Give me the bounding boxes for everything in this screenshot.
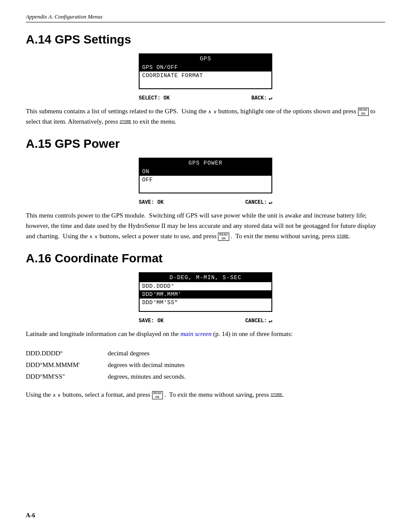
section-a14-heading: A.14 GPS Settings [26, 33, 385, 47]
format-row-2: DDD°MM.MMMM' degrees with decimal minute… [26, 359, 385, 371]
coord-format-cancel-key: CANCEL: ↵ [245, 317, 272, 324]
up-chevron-3-icon: ∧ [53, 392, 56, 399]
page-number: A-6 [26, 512, 35, 519]
section-a15-heading: A.15 GPS Power [26, 137, 385, 151]
format-code-3: DDD°MM'SS" [26, 371, 95, 383]
coord-format-keys: SAVE: OK CANCEL: ↵ [139, 317, 272, 324]
coord-format-row-3: DDD°MM'SS" [140, 299, 271, 307]
gps-settings-lcd: GPS GPS ON/OFF COORDINATE FORMAT [26, 53, 385, 89]
gps-power-row-off: OFF [140, 176, 271, 184]
gps-settings-row-2: COORDINATE FORMAT [140, 72, 271, 80]
cancel-label: CANCEL: [245, 199, 267, 205]
main-screen-link[interactable]: main screen [181, 330, 212, 337]
gps-power-title: GPS POWER [140, 159, 271, 168]
select-ok-label: SELECT: OK [139, 95, 170, 101]
gps-power-keys: SAVE: OK CANCEL: ↵ [139, 199, 272, 206]
read-ok-badge-3: READOK [152, 391, 163, 400]
page-header: Appendix A. Configuration Menus [26, 13, 385, 22]
coord-save-ok-label: SAVE: OK [139, 318, 164, 324]
store-badge-2: STORE [337, 233, 349, 240]
page-footer: A-6 [26, 512, 35, 519]
format-row-1: DDD.DDDD° decimal degrees [26, 348, 385, 359]
format-table: DDD.DDDD° decimal degrees DDD°MM.MMMM' d… [26, 348, 385, 383]
gps-power-cancel-key: CANCEL: ↵ [245, 199, 272, 206]
coord-format-row-1: DDD.DDDD° [140, 282, 271, 290]
read-ok-badge-2: READOK [218, 233, 229, 241]
format-code-2: DDD°MM.MMMM' [26, 359, 95, 371]
gps-settings-row-1: GPS ON/OFF [140, 63, 271, 72]
coord-format-title: D-DEG, M-MIN, S-SEC [140, 273, 271, 282]
save-ok-label: SAVE: OK [139, 199, 164, 205]
section-a16-body2: Using the ∧ ∨ buttons, select a format, … [26, 389, 385, 400]
format-desc-3: degrees, minutes and seconds. [108, 371, 186, 383]
format-code-1: DDD.DDDD° [26, 348, 95, 359]
format-desc-2: degrees with decimal minutes [108, 359, 185, 371]
back-label: BACK: [252, 95, 267, 101]
coord-cancel-arrow-icon: ↵ [269, 317, 272, 324]
gps-power-save-key: SAVE: OK [139, 199, 164, 206]
up-chevron-2-icon: ∧ [89, 233, 93, 241]
store-badge-3: STORE [271, 392, 282, 398]
coord-format-row-2: DDD°MM.MMM' [140, 290, 271, 299]
gps-settings-screen: GPS GPS ON/OFF COORDINATE FORMAT [139, 53, 272, 89]
cancel-arrow-icon: ↵ [269, 199, 272, 206]
coord-format-save-key: SAVE: OK [139, 317, 164, 324]
store-badge: STORE [120, 119, 131, 125]
gps-power-screen: GPS POWER ON OFF [139, 158, 272, 193]
coord-cancel-label: CANCEL: [245, 318, 267, 324]
coord-format-lcd: D-DEG, M-MIN, S-SEC DDD.DDDD° DDD°MM.MMM… [26, 272, 385, 312]
section-a14-body: This submenu contains a list of settings… [26, 106, 385, 127]
down-chevron-3-icon: ∨ [57, 392, 61, 399]
read-ok-badge: READOK [358, 108, 369, 116]
gps-settings-keys: SELECT: OK BACK: ↵ [139, 94, 272, 102]
gps-settings-title: GPS [140, 54, 271, 63]
page: Appendix A. Configuration Menus A.14 GPS… [0, 0, 411, 532]
down-chevron-icon: ∨ [213, 108, 217, 116]
gps-settings-select-key: SELECT: OK [139, 94, 170, 102]
down-chevron-2-icon: ∨ [94, 233, 98, 241]
section-a15-body: This menu controls power to the GPS modu… [26, 210, 385, 241]
section-a16-body1: Latitude and longitude information can b… [26, 329, 385, 339]
section-a15: A.15 GPS Power GPS POWER ON OFF SAVE: OK… [26, 137, 385, 241]
coord-format-screen: D-DEG, M-MIN, S-SEC DDD.DDDD° DDD°MM.MMM… [139, 272, 272, 312]
header-label: Appendix A. Configuration Menus [26, 13, 103, 20]
back-arrow-icon: ↵ [269, 94, 272, 102]
gps-settings-back-key: BACK: ↵ [252, 94, 272, 102]
section-a14: A.14 GPS Settings GPS GPS ON/OFF COORDIN… [26, 33, 385, 127]
format-desc-1: decimal degrees [108, 348, 149, 359]
format-row-3: DDD°MM'SS" degrees, minutes and seconds. [26, 371, 385, 383]
gps-power-row-on: ON [140, 168, 271, 176]
section-a16: A.16 Coordinate Format D-DEG, M-MIN, S-S… [26, 252, 385, 400]
section-a16-heading: A.16 Coordinate Format [26, 252, 385, 265]
gps-power-lcd: GPS POWER ON OFF [26, 158, 385, 193]
up-chevron-icon: ∧ [208, 108, 212, 116]
